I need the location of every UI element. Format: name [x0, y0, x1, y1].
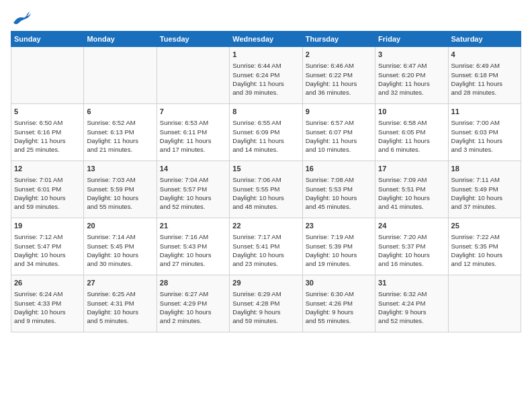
day-number: 11 — [451, 107, 518, 117]
day-number: 20 — [87, 221, 153, 231]
week-row-1: 1Sunrise: 6:44 AM Sunset: 6:24 PM Daylig… — [11, 47, 521, 104]
day-number: 18 — [451, 164, 518, 174]
day-cell: 27Sunrise: 6:25 AM Sunset: 4:31 PM Dayli… — [84, 275, 157, 332]
day-info: Sunrise: 6:53 AM Sunset: 6:11 PM Dayligh… — [160, 118, 226, 154]
day-cell: 6Sunrise: 6:52 AM Sunset: 6:13 PM Daylig… — [84, 104, 157, 161]
day-info: Sunrise: 7:00 AM Sunset: 6:03 PM Dayligh… — [451, 118, 518, 154]
day-number: 24 — [378, 221, 445, 231]
day-cell: 11Sunrise: 7:00 AM Sunset: 6:03 PM Dayli… — [448, 104, 521, 161]
day-number: 2 — [306, 50, 372, 60]
day-cell: 28Sunrise: 6:27 AM Sunset: 4:29 PM Dayli… — [157, 275, 229, 332]
day-info: Sunrise: 6:32 AM Sunset: 4:24 PM Dayligh… — [378, 289, 445, 325]
day-cell: 29Sunrise: 6:29 AM Sunset: 4:28 PM Dayli… — [230, 275, 302, 332]
day-cell: 25Sunrise: 7:22 AM Sunset: 5:35 PM Dayli… — [448, 218, 521, 275]
day-cell: 10Sunrise: 6:58 AM Sunset: 6:05 PM Dayli… — [375, 104, 448, 161]
day-cell: 7Sunrise: 6:53 AM Sunset: 6:11 PM Daylig… — [157, 104, 229, 161]
day-number: 6 — [87, 107, 153, 117]
col-header-thursday: Thursday — [302, 32, 375, 47]
day-cell: 23Sunrise: 7:19 AM Sunset: 5:39 PM Dayli… — [302, 218, 375, 275]
logo — [11, 11, 31, 26]
day-number: 13 — [87, 164, 153, 174]
day-cell: 31Sunrise: 6:32 AM Sunset: 4:24 PM Dayli… — [375, 275, 448, 332]
col-header-wednesday: Wednesday — [230, 32, 302, 47]
col-header-monday: Monday — [84, 32, 157, 47]
col-header-tuesday: Tuesday — [157, 32, 229, 47]
header-row: SundayMondayTuesdayWednesdayThursdayFrid… — [11, 32, 521, 47]
day-cell: 16Sunrise: 7:08 AM Sunset: 5:53 PM Dayli… — [302, 161, 375, 218]
day-number: 23 — [306, 221, 372, 231]
day-cell: 30Sunrise: 6:30 AM Sunset: 4:26 PM Dayli… — [302, 275, 375, 332]
col-header-saturday: Saturday — [448, 32, 521, 47]
col-header-sunday: Sunday — [11, 32, 84, 47]
day-number: 28 — [160, 278, 226, 288]
day-cell: 2Sunrise: 6:46 AM Sunset: 6:22 PM Daylig… — [302, 47, 375, 104]
day-info: Sunrise: 7:22 AM Sunset: 5:35 PM Dayligh… — [451, 232, 518, 268]
day-number: 1 — [232, 50, 299, 60]
day-number: 9 — [306, 107, 372, 117]
day-cell: 1Sunrise: 6:44 AM Sunset: 6:24 PM Daylig… — [230, 47, 302, 104]
day-info: Sunrise: 6:55 AM Sunset: 6:09 PM Dayligh… — [232, 118, 299, 154]
day-number: 14 — [160, 164, 226, 174]
day-number: 19 — [14, 221, 81, 231]
day-cell: 26Sunrise: 6:24 AM Sunset: 4:33 PM Dayli… — [11, 275, 84, 332]
day-info: Sunrise: 7:14 AM Sunset: 5:45 PM Dayligh… — [87, 232, 153, 268]
day-number: 12 — [14, 164, 81, 174]
day-number: 8 — [232, 107, 299, 117]
week-row-5: 26Sunrise: 6:24 AM Sunset: 4:33 PM Dayli… — [11, 275, 521, 332]
day-cell: 17Sunrise: 7:09 AM Sunset: 5:51 PM Dayli… — [375, 161, 448, 218]
day-info: Sunrise: 6:57 AM Sunset: 6:07 PM Dayligh… — [306, 118, 372, 154]
day-info: Sunrise: 6:49 AM Sunset: 6:18 PM Dayligh… — [451, 61, 518, 97]
day-info: Sunrise: 7:01 AM Sunset: 6:01 PM Dayligh… — [14, 175, 81, 211]
day-cell — [84, 47, 157, 104]
day-info: Sunrise: 7:04 AM Sunset: 5:57 PM Dayligh… — [160, 175, 226, 211]
day-number: 5 — [14, 107, 81, 117]
day-cell: 14Sunrise: 7:04 AM Sunset: 5:57 PM Dayli… — [157, 161, 229, 218]
day-number: 17 — [378, 164, 445, 174]
day-number: 7 — [160, 107, 226, 117]
day-cell: 13Sunrise: 7:03 AM Sunset: 5:59 PM Dayli… — [84, 161, 157, 218]
day-number: 21 — [160, 221, 226, 231]
day-cell — [11, 47, 84, 104]
day-info: Sunrise: 7:16 AM Sunset: 5:43 PM Dayligh… — [160, 232, 226, 268]
day-cell: 20Sunrise: 7:14 AM Sunset: 5:45 PM Dayli… — [84, 218, 157, 275]
day-number: 31 — [378, 278, 445, 288]
day-info: Sunrise: 6:27 AM Sunset: 4:29 PM Dayligh… — [160, 289, 226, 325]
day-info: Sunrise: 6:44 AM Sunset: 6:24 PM Dayligh… — [232, 61, 299, 97]
page-header — [11, 11, 521, 26]
day-number: 25 — [451, 221, 518, 231]
day-cell: 4Sunrise: 6:49 AM Sunset: 6:18 PM Daylig… — [448, 47, 521, 104]
day-number: 16 — [306, 164, 372, 174]
logo-bird-icon — [12, 11, 31, 26]
day-cell: 9Sunrise: 6:57 AM Sunset: 6:07 PM Daylig… — [302, 104, 375, 161]
day-number: 27 — [87, 278, 153, 288]
day-info: Sunrise: 6:29 AM Sunset: 4:28 PM Dayligh… — [232, 289, 299, 325]
day-info: Sunrise: 6:47 AM Sunset: 6:20 PM Dayligh… — [378, 61, 445, 97]
day-info: Sunrise: 7:09 AM Sunset: 5:51 PM Dayligh… — [378, 175, 445, 211]
day-cell: 5Sunrise: 6:50 AM Sunset: 6:16 PM Daylig… — [11, 104, 84, 161]
day-number: 15 — [232, 164, 299, 174]
day-info: Sunrise: 6:58 AM Sunset: 6:05 PM Dayligh… — [378, 118, 445, 154]
day-info: Sunrise: 6:24 AM Sunset: 4:33 PM Dayligh… — [14, 289, 81, 325]
day-cell: 24Sunrise: 7:20 AM Sunset: 5:37 PM Dayli… — [375, 218, 448, 275]
day-info: Sunrise: 6:25 AM Sunset: 4:31 PM Dayligh… — [87, 289, 153, 325]
day-cell — [157, 47, 229, 104]
day-cell: 12Sunrise: 7:01 AM Sunset: 6:01 PM Dayli… — [11, 161, 84, 218]
day-info: Sunrise: 7:12 AM Sunset: 5:47 PM Dayligh… — [14, 232, 81, 268]
week-row-3: 12Sunrise: 7:01 AM Sunset: 6:01 PM Dayli… — [11, 161, 521, 218]
day-info: Sunrise: 7:08 AM Sunset: 5:53 PM Dayligh… — [306, 175, 372, 211]
week-row-4: 19Sunrise: 7:12 AM Sunset: 5:47 PM Dayli… — [11, 218, 521, 275]
day-number: 10 — [378, 107, 445, 117]
day-number: 22 — [232, 221, 299, 231]
day-cell: 21Sunrise: 7:16 AM Sunset: 5:43 PM Dayli… — [157, 218, 229, 275]
day-cell: 3Sunrise: 6:47 AM Sunset: 6:20 PM Daylig… — [375, 47, 448, 104]
day-info: Sunrise: 7:03 AM Sunset: 5:59 PM Dayligh… — [87, 175, 153, 211]
day-cell: 22Sunrise: 7:17 AM Sunset: 5:41 PM Dayli… — [230, 218, 302, 275]
day-info: Sunrise: 7:19 AM Sunset: 5:39 PM Dayligh… — [306, 232, 372, 268]
day-info: Sunrise: 6:50 AM Sunset: 6:16 PM Dayligh… — [14, 118, 81, 154]
day-number: 3 — [378, 50, 445, 60]
day-info: Sunrise: 7:20 AM Sunset: 5:37 PM Dayligh… — [378, 232, 445, 268]
day-cell: 8Sunrise: 6:55 AM Sunset: 6:09 PM Daylig… — [230, 104, 302, 161]
day-info: Sunrise: 6:30 AM Sunset: 4:26 PM Dayligh… — [306, 289, 372, 325]
calendar-table: SundayMondayTuesdayWednesdayThursdayFrid… — [11, 31, 521, 332]
week-row-2: 5Sunrise: 6:50 AM Sunset: 6:16 PM Daylig… — [11, 104, 521, 161]
